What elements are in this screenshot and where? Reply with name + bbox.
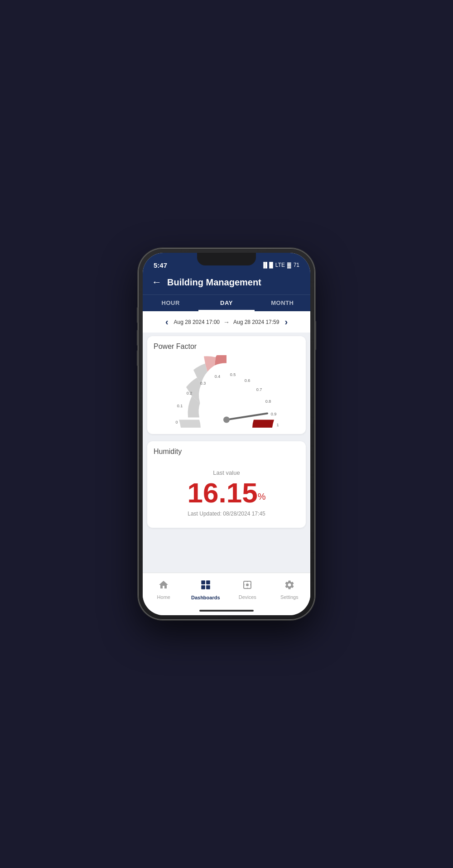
status-time: 5:47	[154, 261, 167, 269]
nav-settings[interactable]: Settings	[269, 579, 311, 600]
humidity-content: Last value 16.15% Last Updated: 08/28/20…	[154, 460, 299, 521]
tab-bar: HOUR DAY MONTH	[143, 294, 310, 311]
last-value-label: Last value	[213, 469, 240, 476]
svg-rect-14	[206, 580, 210, 584]
svg-text:0.5: 0.5	[230, 372, 236, 377]
back-button[interactable]: ←	[152, 276, 162, 288]
app-header: ← Building Management	[143, 273, 310, 294]
battery-icon: ▓	[287, 262, 291, 268]
gauge-container: 0 0.1 0.2 0.3 0.4 0.5 0.6 0.7 0.8 0.9 1	[154, 355, 299, 428]
svg-rect-16	[206, 585, 210, 589]
prev-date-button[interactable]: ‹	[164, 317, 170, 327]
date-arrow-icon: →	[223, 318, 230, 326]
svg-rect-15	[201, 585, 205, 589]
svg-text:0: 0	[175, 420, 178, 424]
home-indicator	[143, 606, 310, 615]
power-factor-title: Power Factor	[154, 342, 299, 351]
power-factor-card: Power Factor	[147, 336, 306, 434]
dashboards-icon	[200, 579, 212, 593]
bottom-nav: Home Dashboards	[143, 573, 310, 606]
lte-label: LTE	[275, 262, 285, 268]
status-icons: ▐▌█ LTE ▓ 71	[261, 262, 299, 268]
svg-text:0.9: 0.9	[271, 412, 277, 416]
svg-point-1	[223, 417, 230, 423]
svg-point-18	[246, 583, 249, 586]
humidity-value: 16.15	[188, 477, 258, 508]
svg-line-0	[226, 414, 267, 420]
nav-dashboards[interactable]: Dashboards	[185, 579, 227, 600]
svg-rect-13	[201, 580, 205, 584]
next-date-button[interactable]: ›	[283, 317, 289, 327]
phone-screen: 5:47 ▐▌█ LTE ▓ 71 ← Building Management …	[143, 253, 310, 615]
svg-text:0.6: 0.6	[245, 378, 251, 383]
date-end: Aug 28 2024 17:59	[233, 319, 279, 325]
settings-icon	[284, 579, 295, 593]
humidity-title: Humidity	[154, 448, 299, 456]
nav-devices[interactable]: Devices	[226, 579, 269, 600]
page-title: Building Management	[167, 277, 261, 288]
nav-home[interactable]: Home	[143, 579, 185, 600]
svg-text:0.2: 0.2	[187, 391, 193, 395]
tab-hour[interactable]: HOUR	[143, 295, 198, 311]
date-range-bar: ‹ Aug 28 2024 17:00 → Aug 28 2024 17:59 …	[143, 311, 310, 333]
nav-home-label: Home	[157, 594, 170, 600]
battery-level: 71	[294, 262, 299, 268]
last-updated: Last Updated: 08/28/2024 17:45	[188, 511, 265, 517]
nav-dashboards-label: Dashboards	[191, 595, 220, 600]
tab-month[interactable]: MONTH	[255, 295, 310, 311]
nav-settings-label: Settings	[280, 594, 299, 600]
humidity-card: Humidity Last value 16.15% Last Updated:…	[147, 441, 306, 528]
tab-day[interactable]: DAY	[198, 295, 254, 311]
humidity-value-row: 16.15%	[188, 479, 266, 507]
home-bar	[199, 610, 254, 612]
svg-text:0.7: 0.7	[256, 387, 262, 392]
devices-icon	[242, 579, 253, 593]
phone-frame: 5:47 ▐▌█ LTE ▓ 71 ← Building Management …	[138, 248, 315, 620]
svg-text:0.8: 0.8	[265, 399, 271, 404]
svg-text:0.4: 0.4	[215, 374, 221, 379]
date-start: Aug 28 2024 17:00	[174, 319, 220, 325]
humidity-unit: %	[258, 492, 266, 502]
svg-text:1: 1	[276, 423, 279, 427]
svg-text:0.3: 0.3	[200, 381, 206, 386]
signal-icon: ▐▌█	[261, 262, 273, 268]
gauge-svg: 0 0.1 0.2 0.3 0.4 0.5 0.6 0.7 0.8 0.9 1	[163, 355, 290, 428]
home-icon	[158, 579, 169, 593]
svg-text:0.1: 0.1	[177, 404, 183, 408]
notch	[197, 253, 256, 265]
content-area: ‹ Aug 28 2024 17:00 → Aug 28 2024 17:59 …	[143, 311, 310, 573]
nav-devices-label: Devices	[239, 594, 256, 600]
